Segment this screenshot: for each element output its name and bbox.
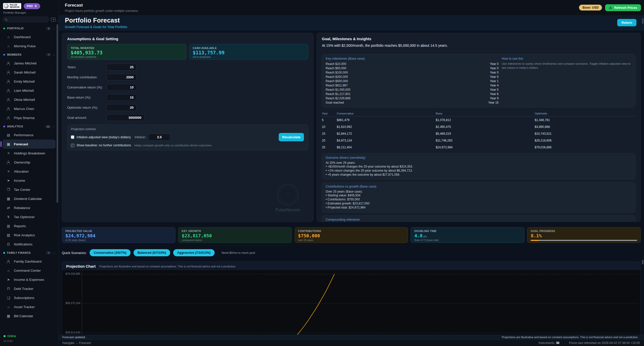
inflation-input[interactable]: 2.5 <box>148 134 170 141</box>
total-invested-value: $405,933.73 <box>71 50 183 55</box>
sidebar-item-emily-mitchell[interactable]: Emily Mitchell <box>3 77 56 86</box>
table-cell: $861,479 <box>337 118 436 122</box>
refresh-prices-button[interactable]: ⚠ Refresh Prices <box>605 4 641 11</box>
scenario-button-conservative-3-5-7[interactable]: Conservative (3/5/7%) <box>90 249 130 256</box>
sidebar-item-label: Holdings Breakdown <box>14 151 45 155</box>
table-cell: $79,026,885 <box>535 146 635 149</box>
contributions-growth-box: Contributions vs growth (Base case) Over… <box>322 182 635 212</box>
sidebar-item-bill-calendar[interactable]: ▦Bill Calendar <box>3 311 56 320</box>
logo-text: PULSENEURON <box>10 4 19 8</box>
refresh-prices-label: Refresh Prices <box>614 6 637 10</box>
chart-disclaimer: Projections are illustrative and based o… <box>99 265 236 268</box>
sidebar-item-olivia-mitchell[interactable]: Olivia Mitchell <box>3 95 56 104</box>
sidebar-item-label: Priya Sharma <box>14 116 35 120</box>
collapse-sidebar-icon[interactable]: ⇥ <box>51 18 56 21</box>
field-input-conservative-return[interactable]: 10 <box>107 84 137 91</box>
chart-scrollbar-thumb[interactable] <box>642 260 643 264</box>
sidebar-item-risk-analytics[interactable]: ▨Risk Analytics <box>3 230 56 240</box>
page-subtitle: Project future portfolio growth under mu… <box>65 9 138 13</box>
sidebar-item-reports[interactable]: ▥Reports <box>3 221 56 230</box>
online-status: Online <box>7 334 16 338</box>
recalculate-button[interactable]: Recalculate <box>279 133 304 141</box>
field-label-goal-amount: Goal amount: <box>67 116 107 120</box>
sidebar-item-label: Reports <box>14 224 26 228</box>
sidebar-item-debt-tracker[interactable]: ΠDebt Tracker <box>3 284 56 293</box>
user-icon <box>6 89 11 93</box>
sidebar-item-dashboard[interactable]: ⌂Dashboard <box>3 32 56 41</box>
field-input-optimistic-return[interactable]: 20 <box>107 104 137 111</box>
milestone-row: Reach $10,000Year 0 <box>326 62 499 66</box>
sidebar-section-header-portfolio[interactable]: PORTFOLIO2⌄ <box>3 24 59 32</box>
y-axis-label: $59,270,164 <box>62 302 80 305</box>
sidebar-item-forecast[interactable]: ▣Forecast <box>3 140 56 149</box>
scenario-button-balanced-5-7-10[interactable]: Balanced (5/7/10%) <box>134 249 170 256</box>
milestone-year: Year 0 <box>490 75 499 79</box>
column-header-optimistic: Optimistic <box>535 112 635 115</box>
watermark-text: PulseNeuron <box>269 208 307 212</box>
content: Assumptions & Goal Setting TOTAL INVESTE… <box>59 30 644 335</box>
calendar-icon: ▦ <box>6 314 11 318</box>
field-input-base-return[interactable]: 15 <box>107 94 137 101</box>
sidebar-nav: PORTFOLIO2⌄⌂Dashboard☼Morning PulseMEMBE… <box>3 24 59 320</box>
sidebar-item-label: Asset Tracker <box>14 305 35 309</box>
sidebar-item-label: Olivia Mitchell <box>14 98 35 102</box>
search-box[interactable] <box>3 17 49 22</box>
sidebar-item-subscriptions[interactable]: ❏Subscriptions <box>3 293 56 302</box>
search-input[interactable] <box>9 18 46 21</box>
sidebar-item-family-dashboard[interactable]: Family Dashboard <box>3 257 56 266</box>
navigate-breadcrumb: Navigate → Forecast <box>62 341 91 345</box>
kpi-card-doubling-time: DOUBLING TIME4.8 yrsRule of 72 (base rat… <box>411 227 524 243</box>
inflation-adjusted-checkbox[interactable] <box>71 135 74 139</box>
sidebar-item-allocation[interactable]: ≡Allocation <box>3 167 56 176</box>
sidebar-item-dividend-calendar[interactable]: ▦Dividend Calendar <box>3 194 56 203</box>
base-currency-badge[interactable]: Base: USD <box>579 5 602 11</box>
insight-line: • Starting value: $405,934 <box>326 194 632 197</box>
scenario-button-aggressive-7-10-13[interactable]: Aggressive (7/10/13%) <box>173 249 215 256</box>
sidebar-item-performance[interactable]: ▤Performance <box>3 130 56 140</box>
people-icon <box>6 160 11 164</box>
sidebar-item-rebalance[interactable]: ⇄Rebalance <box>3 203 56 212</box>
field-label-optimistic-return: Optimistic return (%): <box>67 106 107 109</box>
sidebar-item-priya-sharma[interactable]: Priya Sharma <box>3 113 56 122</box>
milestone-row: Reach $1,000,000Year 5 <box>326 87 499 92</box>
sidebar-item-label: Morning Pulse <box>14 44 36 48</box>
milestone-label: Reach $1,000,000 <box>326 88 490 91</box>
sidebar-item-notifications[interactable]: ΩNotifications <box>3 240 56 249</box>
sidebar-item-income-expenses[interactable]: ➤Income & Expenses <box>3 275 56 284</box>
milestone-year: Year 4 <box>490 84 499 87</box>
sidebar-item-tax-center[interactable]: ❐Tax Center <box>3 185 56 194</box>
sidebar-scrollbar[interactable] <box>57 24 58 203</box>
sidebar-item-marcus-chen[interactable]: Marcus Chen <box>3 104 56 113</box>
insights-title: Goal, Milestones & Insights <box>322 37 635 41</box>
section-dot-icon <box>3 252 5 254</box>
sidebar-item-holdings-breakdown[interactable]: ≡Holdings Breakdown <box>3 149 56 158</box>
watermark: PulseNeuron <box>269 184 307 212</box>
sidebar-item-sarah-mitchell[interactable]: Sarah Mitchell <box>3 68 56 77</box>
insight-line: • Estimated growth: $23,817,050 <box>326 202 632 205</box>
section-dot-icon <box>3 54 5 56</box>
sidebar-item-morning-pulse[interactable]: ☼Morning Pulse <box>3 41 56 51</box>
sun-icon: ☼ <box>6 44 11 48</box>
sidebar-section-header-members[interactable]: MEMBERS7⌄ <box>3 51 59 59</box>
show-baseline-checkbox[interactable] <box>71 144 74 147</box>
sidebar-item-command-center[interactable]: ⌂Command Center <box>3 266 56 275</box>
insight-line: • +5 years changes the outcome by about … <box>326 173 632 177</box>
sidebar-item-asset-tracker[interactable]: ⌂Asset Tracker <box>3 302 56 311</box>
sidebar-item-income[interactable]: ➤Income <box>3 176 56 185</box>
return-button[interactable]: Return <box>617 19 636 26</box>
sidebar-item-label: Tax Center <box>14 188 30 192</box>
field-input-monthly-contribution[interactable]: 2500 <box>107 74 137 81</box>
scrollbar-up-arrow[interactable]: ^ <box>57 20 58 22</box>
sidebar-item-tax-optimizer[interactable]: ↯Tax Optimizer <box>3 212 56 221</box>
milestone-year: Year 0 <box>490 66 499 70</box>
field-input-goal-amount[interactable]: 5000000 <box>107 114 145 121</box>
field-input-years[interactable]: 25 <box>107 64 137 71</box>
sidebar-section-header-analytics[interactable]: ANALYTICS11⌄ <box>3 122 59 130</box>
sidebar-item-ownership[interactable]: Ownership <box>3 158 56 167</box>
sidebar-item-james-mitchell[interactable]: James Mitchell <box>3 59 56 68</box>
sidebar-item-liam-mitchell[interactable]: Liam Mitchell <box>3 86 56 95</box>
lightning-icon: ↯ <box>6 215 11 219</box>
sidebar-section-header-family-finance[interactable]: FAMILY FINANCE7⌄ <box>3 249 59 257</box>
kpi-value: 8.1% <box>531 233 637 238</box>
main-scrollbar-thumb[interactable] <box>642 18 643 24</box>
